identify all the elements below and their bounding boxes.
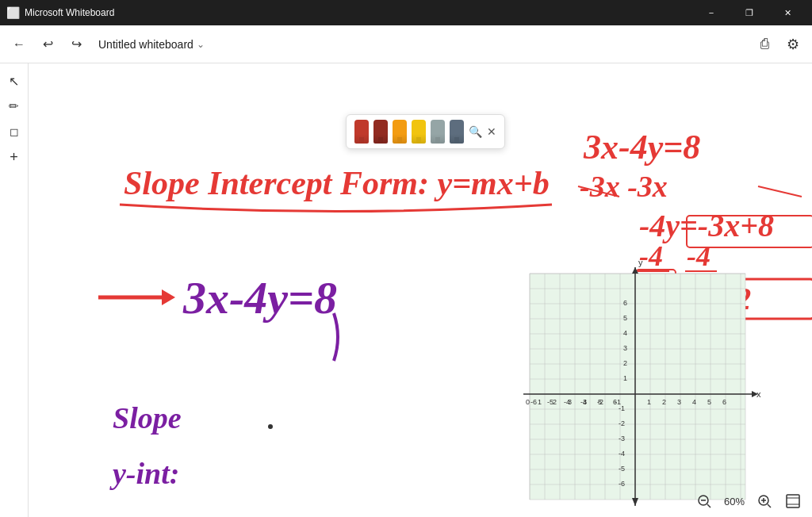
settings-button[interactable]: ⚙ (780, 32, 806, 57)
color-picker-zoom-button[interactable]: 🔍 (469, 125, 482, 138)
color-picker-close-button[interactable]: ✕ (487, 125, 496, 138)
svg-rect-100 (787, 495, 799, 507)
svg-text:-5: -5 (619, 465, 625, 473)
svg-text:y-int:: y-int: (109, 457, 179, 490)
svg-text:-2: -2 (597, 398, 603, 406)
svg-marker-2 (162, 289, 175, 305)
svg-text:1: 1 (538, 398, 542, 406)
svg-text:-1: -1 (619, 404, 625, 412)
zoom-in-button[interactable] (752, 488, 777, 514)
svg-text:-6: -6 (530, 398, 537, 406)
svg-text:3: 3 (677, 398, 681, 406)
svg-text:Slope: Slope (113, 401, 182, 435)
titlebar-left: ⬜ Microsoft Whiteboard (6, 6, 114, 19)
pen-tool-button[interactable]: ✏ (3, 95, 25, 117)
whiteboard-title-area[interactable]: Untitled whiteboard ⌄ (92, 35, 211, 54)
svg-text:5: 5 (707, 398, 711, 406)
restore-button[interactable]: ❐ (731, 0, 768, 25)
close-button[interactable]: ✕ (769, 0, 806, 25)
svg-point-5 (268, 424, 273, 429)
slope-intercept-label: Slope Intercept Form: y=mx+b (120, 165, 552, 212)
svg-text:3x-4y=8: 3x-4y=8 (583, 128, 700, 167)
svg-text:4: 4 (692, 398, 696, 406)
titlebar: ⬜ Microsoft Whiteboard − ❐ ✕ (0, 0, 812, 25)
svg-text:-4: -4 (564, 398, 570, 406)
minimize-button[interactable]: − (693, 0, 730, 25)
toolbar-right: ⎙ ⚙ (752, 32, 806, 57)
svg-text:-4: -4 (687, 240, 710, 272)
svg-marker-92 (632, 498, 638, 506)
color-swatch-yellow[interactable] (412, 120, 426, 144)
color-swatch-blue-gray[interactable] (450, 120, 464, 144)
svg-text:1: 1 (647, 398, 651, 406)
zoom-out-button[interactable] (691, 488, 717, 514)
fit-to-screen-button[interactable] (780, 488, 806, 514)
titlebar-controls: − ❐ ✕ (693, 0, 806, 25)
svg-text:Slope Intercept Form: y=mx+b: Slope Intercept Form: y=mx+b (124, 165, 550, 201)
share-button[interactable]: ⎙ (752, 32, 777, 57)
svg-text:-3: -3 (619, 435, 625, 442)
svg-text:5: 5 (623, 314, 627, 322)
svg-line-10 (758, 186, 802, 197)
svg-text:-5: -5 (547, 398, 553, 406)
select-tool-button[interactable]: ↖ (3, 70, 25, 92)
svg-text:2: 2 (662, 398, 666, 406)
app-icon: ⬜ (6, 6, 20, 19)
color-swatch-orange[interactable] (393, 120, 407, 144)
app-name: Microsoft Whiteboard (25, 7, 114, 18)
back-button[interactable]: ← (6, 32, 32, 57)
add-tool-button[interactable]: + (3, 146, 25, 168)
right-arrow (98, 289, 175, 305)
svg-text:-3: -3 (580, 398, 587, 406)
redo-button[interactable]: ↪ (63, 32, 89, 57)
svg-text:-4: -4 (619, 450, 625, 458)
eraser-tool-button[interactable]: ◻ (3, 121, 25, 143)
svg-text:2: 2 (623, 359, 627, 367)
svg-text:3x-4y=8: 3x-4y=8 (182, 272, 337, 324)
zoom-percentage: 60% (720, 496, 749, 507)
svg-text:-4y=-3x+8: -4y=-3x+8 (639, 208, 774, 243)
svg-text:4: 4 (623, 329, 627, 337)
svg-text:6: 6 (623, 299, 627, 307)
svg-rect-24 (530, 274, 745, 500)
left-toolbar: ↖ ✏ ◻ + (0, 63, 29, 517)
whiteboard-title: Untitled whiteboard (98, 38, 193, 51)
svg-line-99 (768, 504, 771, 507)
main-toolbar: ← ↩ ↪ Untitled whiteboard ⌄ ⎙ ⚙ (0, 25, 812, 63)
svg-text:-3x          -3x: -3x -3x (580, 170, 668, 203)
undo-button[interactable]: ↩ (35, 32, 60, 57)
canvas-area[interactable]: 🔍 ✕ Slope Intercept Form: y=mx+b 3x-4y=8 (29, 63, 812, 517)
title-chevron: ⌄ (197, 39, 205, 50)
svg-text:-4: -4 (639, 240, 663, 272)
color-swatch-gray[interactable] (431, 120, 445, 144)
svg-line-95 (707, 504, 710, 507)
svg-text:3: 3 (623, 344, 627, 352)
svg-text:6: 6 (722, 398, 726, 406)
coordinate-grid: x y 0 1 2 3 4 5 6 1 2 3 4 5 6 (523, 258, 761, 506)
svg-text:-6: -6 (619, 480, 625, 488)
svg-text:1: 1 (623, 374, 627, 382)
zoom-bar: 60% (685, 485, 812, 517)
color-picker-popup: 🔍 ✕ (346, 114, 505, 149)
main-area: ↖ ✏ ◻ + 🔍 (0, 63, 812, 517)
svg-text:x: x (756, 389, 761, 399)
svg-text:y: y (638, 258, 643, 267)
svg-text:0: 0 (526, 398, 530, 406)
color-swatch-dark-red[interactable] (373, 120, 388, 144)
svg-text:-2: -2 (619, 419, 625, 427)
color-swatch-red[interactable] (354, 120, 369, 144)
